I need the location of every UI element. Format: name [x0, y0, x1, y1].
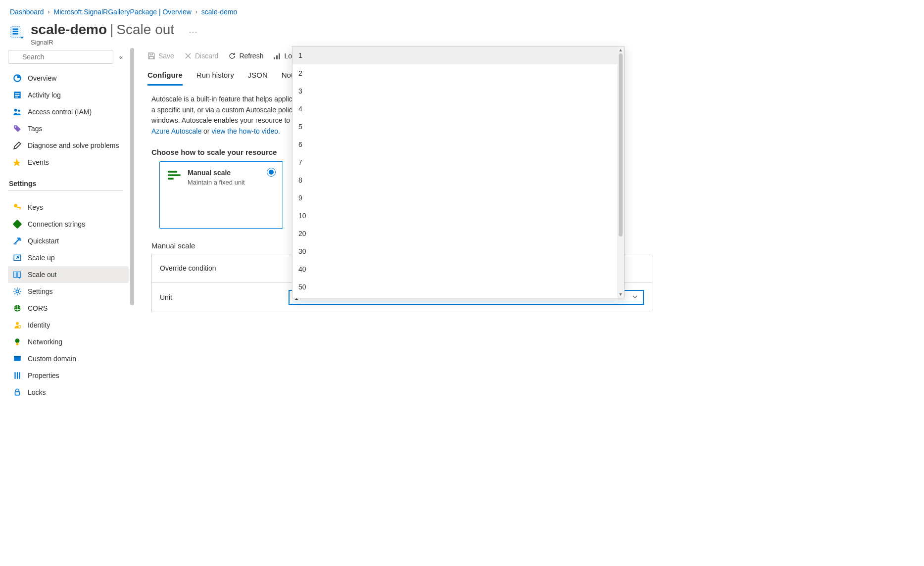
svg-rect-15 [17, 207, 21, 208]
sidebar-item-activity[interactable]: Activity log [8, 87, 129, 103]
svg-point-18 [13, 243, 17, 244]
unit-option[interactable]: 10 [292, 207, 617, 225]
refresh-button[interactable]: Refresh [228, 52, 263, 60]
settings-icon [13, 287, 22, 296]
sidebar-item-diagnose[interactable]: Diagnose and solve problems [8, 137, 129, 154]
unit-option[interactable]: 9 [292, 189, 617, 207]
svg-rect-10 [15, 96, 18, 97]
iam-icon [13, 107, 22, 116]
sidebar-item-settings[interactable]: Settings [8, 283, 129, 300]
dropdown-scrollbar[interactable]: ▲ ▼ [617, 47, 624, 298]
tab-runhistory[interactable]: Run history [196, 71, 234, 86]
save-button[interactable]: Save [147, 52, 174, 60]
resource-type-subtitle: SignalR [31, 39, 198, 46]
svg-rect-40 [276, 55, 278, 59]
sidebar-item-label: Overview [28, 74, 56, 82]
sidebar-item-locks[interactable]: Locks [8, 384, 129, 401]
sidebar-item-label: Activity log [28, 91, 61, 99]
sidebar-item-scaleup[interactable]: Scale up [8, 249, 129, 266]
unit-dropdown-listbox[interactable]: 1234567891020304050 ▲ ▼ [292, 46, 625, 298]
domain-icon [13, 354, 22, 363]
logs-button[interactable]: Lo [273, 52, 292, 60]
events-icon [13, 158, 22, 167]
unit-option[interactable]: 7 [292, 153, 617, 171]
props-icon [13, 371, 22, 380]
svg-rect-16 [20, 208, 21, 209]
unit-option[interactable]: 3 [292, 82, 617, 100]
unit-option[interactable]: 30 [292, 242, 617, 260]
sidebar-item-props[interactable]: Properties [8, 367, 129, 384]
sidebar-item-quick[interactable]: Quickstart [8, 233, 129, 249]
sidebar-item-connstr[interactable]: Connection strings [8, 216, 129, 233]
sidebar-item-label: Properties [28, 372, 59, 379]
scroll-down-arrow-icon[interactable]: ▼ [619, 291, 623, 298]
scroll-up-arrow-icon[interactable]: ▲ [619, 47, 623, 53]
collapse-sidebar-button[interactable]: « [117, 51, 125, 63]
svg-rect-20 [13, 272, 17, 277]
svg-rect-35 [19, 372, 20, 379]
sidebar-item-cors[interactable]: CORS [8, 300, 129, 317]
breadcrumb-dashboard[interactable]: Dashboard [10, 8, 44, 16]
discard-icon [184, 52, 192, 60]
sidebar-item-label: Diagnose and solve problems [28, 142, 119, 149]
overview-icon [13, 74, 22, 83]
tab-json[interactable]: JSON [248, 71, 268, 86]
page-title-resource: scale-demo [31, 22, 107, 38]
connstr-icon [13, 220, 22, 229]
svg-rect-17 [13, 220, 22, 229]
chevron-right-icon: › [48, 8, 50, 15]
svg-point-26 [16, 322, 19, 325]
tab-configure[interactable]: Configure [147, 71, 183, 86]
unit-option[interactable]: 1 [292, 47, 617, 64]
svg-point-22 [16, 290, 19, 293]
manual-scale-card[interactable]: Manual scale Maintain a fixed unit [159, 161, 283, 229]
howto-video-link[interactable]: view the how-to video. [211, 127, 280, 135]
scaleout-icon [13, 270, 22, 279]
sidebar-item-label: Networking [28, 338, 62, 346]
unit-option[interactable]: 40 [292, 260, 617, 278]
unit-option[interactable]: 8 [292, 171, 617, 189]
sidebar-item-label: Custom domain [28, 355, 76, 363]
unit-option[interactable]: 2 [292, 64, 617, 82]
network-icon [13, 337, 22, 346]
chevron-right-icon: › [195, 8, 197, 15]
unit-option[interactable]: 50 [292, 278, 617, 296]
tags-icon [13, 124, 22, 133]
more-actions-button[interactable]: ··· [189, 28, 198, 36]
search-input[interactable] [8, 50, 113, 64]
svg-rect-39 [274, 57, 275, 59]
sidebar-item-domain[interactable]: Custom domain [8, 350, 129, 367]
activity-icon [13, 91, 22, 99]
discard-button[interactable]: Discard [184, 52, 218, 60]
svg-rect-30 [17, 342, 18, 343]
sidebar-scrollbar[interactable] [129, 46, 136, 558]
sidebar-item-label: Tags [28, 125, 43, 133]
breadcrumb-resource[interactable]: scale-demo [201, 8, 237, 16]
sidebar-item-overview[interactable]: Overview [8, 70, 129, 87]
sidebar-item-identity[interactable]: Identity [8, 317, 129, 333]
sidebar-item-network[interactable]: Networking [8, 333, 129, 350]
sidebar-item-label: Events [28, 158, 49, 166]
sidebar-item-label: Keys [28, 203, 43, 211]
svg-point-11 [14, 109, 17, 112]
sidebar-item-events[interactable]: Events [8, 154, 129, 171]
sidebar-item-tags[interactable]: Tags [8, 120, 129, 137]
sidebar-item-scaleout[interactable]: Scale out [8, 266, 129, 283]
sidebar-item-iam[interactable]: Access control (IAM) [8, 103, 129, 120]
sidebar-item-label: Identity [28, 321, 50, 329]
locks-icon [13, 388, 22, 397]
logs-icon [273, 52, 281, 60]
manual-scale-radio[interactable] [267, 168, 276, 177]
svg-rect-9 [15, 95, 20, 96]
svg-rect-8 [15, 94, 20, 94]
unit-option[interactable]: 5 [292, 118, 617, 136]
sidebar-item-label: Connection strings [28, 220, 85, 228]
breadcrumb-package[interactable]: Microsoft.SignalRGalleryPackage | Overvi… [54, 8, 192, 16]
svg-point-12 [18, 110, 20, 112]
unit-option[interactable]: 6 [292, 136, 617, 153]
unit-option[interactable]: 20 [292, 225, 617, 242]
sidebar-item-keys[interactable]: Keys [8, 199, 129, 216]
unit-option[interactable]: 4 [292, 100, 617, 118]
override-condition-label: Override condition [160, 264, 289, 272]
refresh-icon [228, 52, 236, 60]
